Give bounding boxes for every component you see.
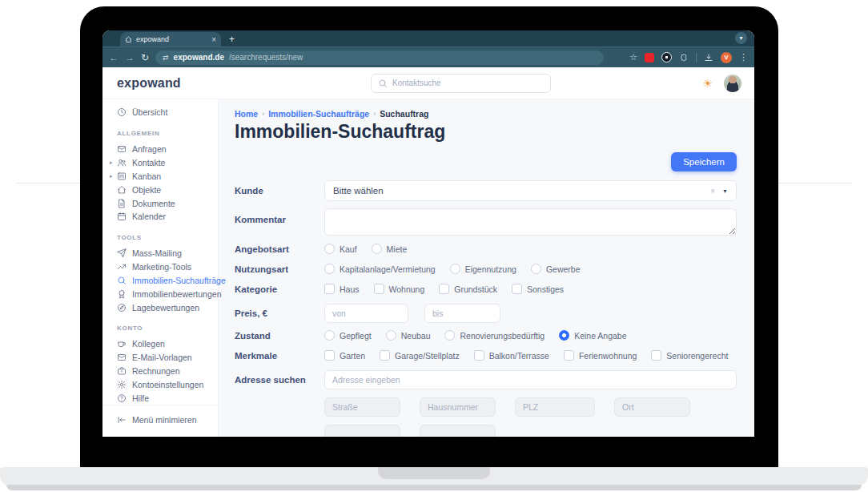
collapse-menu-button[interactable]: Menü minimieren <box>102 413 218 427</box>
radio-icon[interactable] <box>386 330 396 341</box>
radio-icon[interactable] <box>324 264 335 274</box>
sidebar-item-mass-mailing[interactable]: Mass-Mailing <box>102 247 218 260</box>
radio-option-kapitalanlage[interactable]: Kapitalanlage/Vermietung <box>324 264 436 274</box>
checkbox-option-ferienwohnung[interactable]: Ferienwohnung <box>564 350 637 361</box>
checkbox-icon[interactable] <box>474 350 484 361</box>
bookmark-star-icon[interactable]: ☆ <box>629 52 637 63</box>
radio-option-renovierungsbeduerftig[interactable]: Renovierungsbedürftig <box>444 330 545 341</box>
radio-icon[interactable] <box>372 244 382 254</box>
checkbox-icon[interactable] <box>564 350 574 361</box>
user-avatar[interactable] <box>724 75 741 92</box>
sidebar-item-email-vorlagen[interactable]: E-Mail-Vorlagen <box>102 351 218 365</box>
checkbox-icon[interactable] <box>380 350 390 361</box>
checkbox-option-grundstueck[interactable]: Grundstück <box>439 284 497 294</box>
downloads-icon[interactable] <box>704 53 713 63</box>
browser-profile-avatar[interactable]: V <box>721 52 732 63</box>
back-button[interactable]: ← <box>109 53 119 63</box>
radio-icon[interactable] <box>450 264 460 274</box>
extensions-puzzle-icon[interactable] <box>679 53 689 63</box>
adresse-input[interactable] <box>324 370 737 389</box>
radio-option-miete[interactable]: Miete <box>372 244 408 254</box>
browser-menu-icon[interactable]: ⋮ <box>739 52 748 63</box>
option-label: Haus <box>340 284 360 294</box>
radio-option-gewerbe[interactable]: Gewerbe <box>531 264 581 274</box>
radio-checked-icon[interactable] <box>559 330 569 341</box>
radio-option-gepflegt[interactable]: Gepflegt <box>324 330 372 341</box>
sidebar-item-anfragen[interactable]: Anfragen <box>102 143 218 156</box>
sidebar-item-lagebewertungen[interactable]: Lagebewertungen <box>102 300 218 314</box>
contact-search[interactable] <box>371 74 551 93</box>
clear-icon[interactable]: × <box>710 187 715 196</box>
tracking-protection-icon[interactable]: ⇄ <box>163 54 169 62</box>
form-row-kategorie: Kategorie Haus Wohnung Grundstück Sonsti… <box>235 284 737 294</box>
url-bar[interactable]: ⇄ expowand.de/searchrequests/new <box>155 50 604 65</box>
breadcrumb-parent-link[interactable]: Immobilien-Suchaufträge <box>268 109 369 119</box>
sidebar-item-kontakte[interactable]: ▸ Kontakte <box>102 156 218 170</box>
window-chevron-button[interactable]: ▾ <box>735 32 747 44</box>
checkbox-option-haus[interactable]: Haus <box>324 284 360 294</box>
expand-caret-icon[interactable]: ▸ <box>110 159 113 166</box>
sidebar-item-label: Anfragen <box>132 144 167 154</box>
radio-icon[interactable] <box>324 244 335 254</box>
checkbox-option-garten[interactable]: Garten <box>324 350 365 361</box>
radio-icon[interactable] <box>324 330 335 341</box>
sidebar-item-kollegen[interactable]: Kollegen <box>102 337 218 351</box>
preis-bis-input[interactable] <box>424 304 500 323</box>
sidebar-item-rechnungen[interactable]: Rechnungen <box>102 365 218 378</box>
checkbox-icon[interactable] <box>439 284 449 294</box>
radio-option-neubau[interactable]: Neubau <box>386 330 431 341</box>
checkbox-icon[interactable] <box>324 350 335 361</box>
browser-tabstrip: expowand × + ▾ <box>102 30 754 46</box>
sidebar-item-immobilienbewertungen[interactable]: Immobilienbewertungen <box>102 287 218 300</box>
checkbox-option-sonstiges[interactable]: Sonstiges <box>512 284 564 294</box>
form-row-merkmale: Merkmale Garten Garage/Stellplatz Balkon… <box>235 350 737 361</box>
checkbox-option-wohnung[interactable]: Wohnung <box>374 284 425 294</box>
sidebar-item-kalender[interactable]: Kalender <box>102 210 218 224</box>
checkbox-icon[interactable] <box>512 284 522 294</box>
new-tab-button[interactable]: + <box>229 34 235 46</box>
form-row-kommentar: Kommentar <box>235 208 737 236</box>
checkbox-option-garage[interactable]: Garage/Stellplatz <box>380 350 460 361</box>
checkbox-icon[interactable] <box>374 284 384 294</box>
radio-option-keine-angabe[interactable]: Keine Angabe <box>559 330 626 341</box>
sidebar-item-kontoeinstellungen[interactable]: Kontoeinstellungen <box>102 377 218 391</box>
pdf-extension-icon[interactable] <box>645 53 654 63</box>
reload-button[interactable]: ↻ <box>141 53 149 63</box>
sidebar-item-objekte[interactable]: Objekte <box>102 183 218 196</box>
kommentar-textarea[interactable] <box>324 208 737 236</box>
checkbox-icon[interactable] <box>324 284 335 294</box>
save-button[interactable]: Speichern <box>671 152 737 171</box>
tab-close-icon[interactable]: × <box>211 35 216 44</box>
radio-icon[interactable] <box>444 330 455 341</box>
contact-search-input[interactable] <box>392 79 544 87</box>
checkbox-option-seniorengerecht[interactable]: Seniorengerecht <box>651 350 728 361</box>
kunde-select[interactable]: Bitte wählen × ▼ <box>324 180 737 201</box>
checkbox-option-balkon[interactable]: Balkon/Terrasse <box>474 350 549 361</box>
expand-caret-icon[interactable]: ▸ <box>110 173 113 179</box>
radio-option-eigennutzung[interactable]: Eigennutzung <box>450 264 516 274</box>
save-row: Speichern <box>235 152 737 171</box>
expowand-logo[interactable]: expowand <box>117 76 181 91</box>
preis-von-input[interactable] <box>324 304 408 323</box>
sidebar-item-hilfe[interactable]: Hilfe <box>102 391 218 405</box>
breadcrumb-home-link[interactable]: Home <box>235 109 258 119</box>
radio-icon[interactable] <box>531 264 541 274</box>
sidebar-item-dokumente[interactable]: Dokumente <box>102 196 218 210</box>
chevron-down-icon[interactable]: ▼ <box>722 188 728 194</box>
theme-toggle-sun-icon[interactable]: ☀ <box>702 77 713 90</box>
radio-option-kauf[interactable]: Kauf <box>324 244 357 254</box>
option-label: Garten <box>340 351 365 361</box>
checkbox-icon[interactable] <box>651 350 661 361</box>
forward-button[interactable]: → <box>125 53 135 63</box>
option-label: Garage/Stellplatz <box>395 351 460 361</box>
sidebar-item-immobilien-suchauftraege[interactable]: Immobilien-Suchaufträge <box>102 273 218 287</box>
kunde-select-value: Bitte wählen <box>333 186 710 196</box>
help-circle-icon <box>117 393 127 403</box>
sidebar-item-uebersicht[interactable]: Übersicht <box>102 106 218 119</box>
form-row-preis: Preis, € <box>235 304 737 323</box>
sidebar-item-kanban[interactable]: ▸ Kanban <box>102 169 218 183</box>
sidebar-item-marketing-tools[interactable]: Marketing-Tools <box>102 260 218 274</box>
browser-tab[interactable]: expowand × <box>120 32 221 46</box>
send-icon <box>117 248 127 258</box>
password-extension-icon[interactable] <box>661 52 672 63</box>
